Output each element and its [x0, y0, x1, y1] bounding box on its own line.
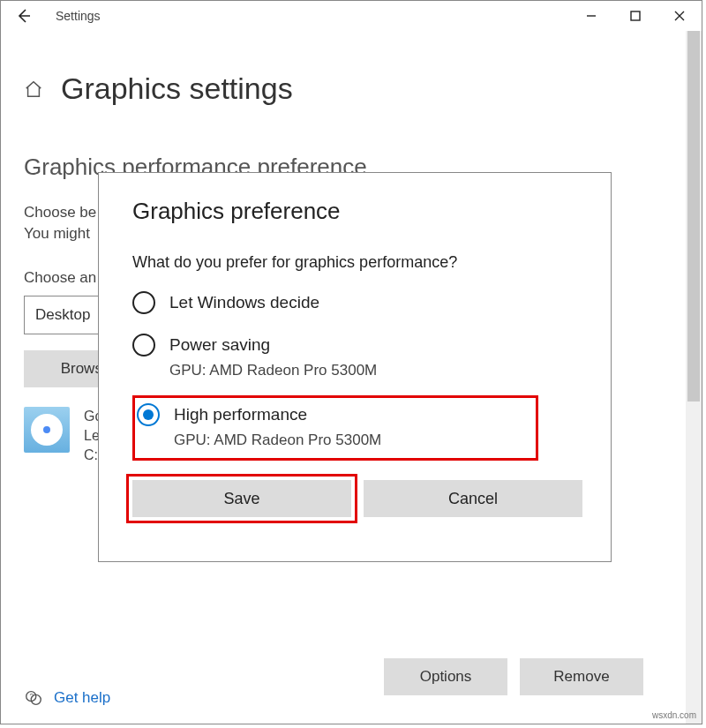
dialog-question: What do you prefer for graphics performa… — [132, 253, 582, 272]
page-title: Graphics settings — [61, 71, 293, 106]
radio-icon-selected — [137, 403, 160, 426]
radio-icon — [132, 291, 155, 314]
help-icon: ? — [24, 688, 43, 708]
titlebar: Settings — [1, 1, 702, 31]
close-button[interactable] — [657, 1, 702, 31]
vertical-scrollbar[interactable] — [686, 31, 702, 724]
highlight-box: High performance GPU: AMD Radeon Pro 530… — [132, 395, 538, 461]
dialog-buttons: Save Cancel — [132, 480, 582, 517]
minimize-button[interactable] — [569, 1, 613, 31]
select-value: Desktop — [35, 306, 90, 324]
scrollbar-thumb[interactable] — [687, 31, 700, 402]
option-label: Power saving — [169, 335, 270, 355]
svg-text:?: ? — [29, 693, 34, 701]
cancel-button[interactable]: Cancel — [364, 480, 582, 517]
option-label: High performance — [174, 405, 307, 424]
power-saving-gpu: GPU: AMD Radeon Pro 5300M — [169, 362, 582, 379]
dialog-title: Graphics preference — [132, 198, 582, 225]
option-let-windows-decide[interactable]: Let Windows decide — [132, 291, 582, 314]
settings-window: Settings Graphics settings Graphics perf… — [0, 0, 702, 724]
svg-rect-1 — [631, 11, 640, 20]
option-label: Let Windows decide — [169, 293, 319, 312]
radio-icon — [132, 334, 155, 356]
option-high-performance[interactable]: High performance — [137, 403, 529, 426]
options-button[interactable]: Options — [384, 658, 507, 695]
remove-button[interactable]: Remove — [520, 658, 643, 695]
window-controls — [569, 1, 702, 31]
high-performance-gpu: GPU: AMD Radeon Pro 5300M — [174, 432, 529, 449]
help-row: ? Get help — [24, 688, 110, 708]
home-icon[interactable] — [24, 79, 43, 99]
graphics-preference-dialog: Graphics preference What do you prefer f… — [98, 172, 612, 562]
arrow-left-icon — [15, 7, 33, 25]
back-button[interactable] — [8, 1, 40, 31]
window-title: Settings — [56, 9, 101, 23]
watermark: wsxdn.com — [652, 710, 696, 720]
app-action-buttons: Options Remove — [24, 658, 679, 695]
save-button[interactable]: Save — [132, 480, 351, 517]
option-power-saving[interactable]: Power saving — [132, 334, 582, 356]
chrome-icon — [24, 407, 70, 453]
maximize-button[interactable] — [613, 1, 657, 31]
get-help-link[interactable]: Get help — [54, 689, 110, 707]
